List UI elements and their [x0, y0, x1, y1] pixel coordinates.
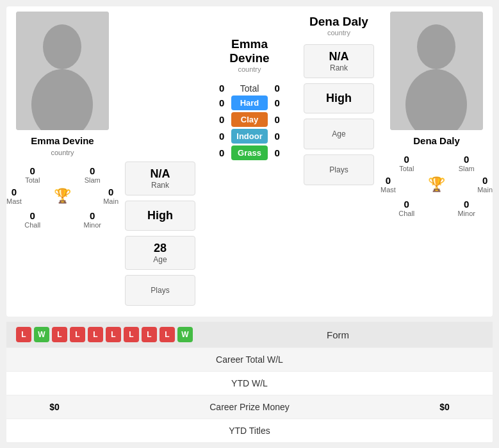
left-stats-grid: 0 Total 0 Slam — [6, 165, 119, 184]
left-avatar — [16, 12, 109, 130]
right-plays-label: Plays — [307, 165, 371, 174]
right-trophy-icon: 🏆 — [428, 176, 445, 193]
bottom-stat-row: Career Total W/L — [6, 348, 493, 372]
surface-left-score: 0 — [212, 83, 231, 94]
form-badge: L — [124, 327, 139, 342]
surface-row-total: 0 Total 0 — [212, 83, 286, 94]
right-mast-value: 0 — [386, 175, 391, 186]
surface-badge-indoor: Indoor — [231, 129, 267, 144]
left-main-value: 0 — [108, 187, 113, 197]
form-badge: L — [106, 327, 121, 342]
left-slam-label: Slam — [85, 176, 101, 184]
right-slam-value: 0 — [464, 154, 469, 165]
bottom-stat-row: $0 Career Prize Money $0 — [6, 395, 493, 419]
right-main-stat: 0 Main — [477, 175, 493, 194]
surface-badge-clay: Clay — [231, 112, 267, 127]
right-main-value: 0 — [482, 175, 487, 186]
right-high-value: High — [307, 92, 371, 105]
right-total-label: Total — [399, 165, 414, 172]
center-panel: Emma Devine country 0 Total 0 0 Hard 0 0… — [202, 12, 297, 162]
left-age-box: 28 Age — [125, 236, 195, 270]
main-container: Emma Devine country 0 Total 0 Slam 0 Mas… — [0, 0, 499, 448]
left-slam-stat: 0 Slam — [67, 165, 119, 184]
right-chall-grid: 0 Chall 0 Minor — [380, 199, 493, 217]
right-age-box: Age — [304, 119, 374, 149]
right-high-box: High — [304, 83, 374, 113]
bottom-stat-right-value: $0 — [406, 402, 483, 412]
left-minor-value: 0 — [90, 210, 95, 221]
left-name-line1: Emma — [229, 37, 269, 51]
left-high-box: High — [125, 201, 195, 231]
left-name-top: Emma Devine country — [229, 37, 269, 73]
surface-left-score: 0 — [212, 147, 231, 158]
left-rank-value: N/A — [128, 167, 192, 181]
surface-left-score: 0 — [212, 131, 231, 142]
right-rank-value: N/A — [307, 50, 371, 63]
left-total-value: 0 — [30, 165, 35, 176]
surface-badge-grass: Grass — [231, 145, 267, 160]
right-chall-value: 0 — [404, 199, 409, 210]
left-mast-label: Mast — [6, 197, 22, 205]
form-badge: L — [160, 327, 175, 342]
left-rank-box: N/A Rank — [125, 162, 195, 195]
form-badge: L — [16, 327, 31, 342]
form-badge: L — [52, 327, 67, 342]
right-player-name: Dena Daly — [413, 135, 460, 146]
right-slam-label: Slam — [459, 165, 475, 172]
left-plays-box: Plays — [125, 275, 195, 306]
surfaces-table: 0 Total 0 0 Hard 0 0 Clay 0 0 Indoor 0 0… — [212, 81, 286, 162]
left-main-stat: 0 Main — [103, 187, 119, 205]
left-minor-stat: 0 Minor — [67, 210, 119, 229]
surface-row-indoor: 0 Indoor 0 — [212, 129, 286, 144]
bottom-stat-label: YTD Titles — [93, 426, 406, 436]
bottom-stat-label: Career Total W/L — [93, 354, 406, 365]
left-age-value: 28 — [128, 242, 192, 255]
right-info-column: Dena Daly country N/A Rank High Age Play… — [297, 12, 380, 191]
left-chall-stat: 0 Chall — [6, 210, 59, 229]
right-trophy-section: 0 Mast 🏆 0 Main — [380, 175, 493, 194]
left-rank-label: Rank — [128, 181, 192, 190]
versus-section: Emma Devine country 0 Total 0 Slam 0 Mas… — [6, 6, 493, 317]
left-total-label: Total — [25, 176, 40, 184]
surface-right-score: 0 — [268, 83, 287, 94]
svg-point-1 — [43, 24, 81, 69]
right-total-value: 0 — [404, 154, 409, 165]
right-rank-box: N/A Rank — [304, 44, 374, 78]
form-badge: W — [34, 327, 49, 342]
surface-row-hard: 0 Hard 0 — [212, 95, 286, 110]
bottom-stats-container: Career Total W/L YTD W/L $0 Career Prize… — [6, 348, 493, 443]
svg-point-4 — [417, 24, 455, 69]
right-name-top: Dena Daly country — [309, 15, 368, 37]
left-plays-label: Plays — [128, 286, 192, 295]
form-row: LWLLLLLLLW Form — [6, 322, 493, 348]
surface-badge-hard: Hard — [231, 95, 267, 110]
right-chall-stat: 0 Chall — [380, 199, 433, 217]
surface-row-clay: 0 Clay 0 — [212, 112, 286, 127]
right-rank-label: Rank — [307, 63, 371, 72]
right-minor-label: Minor — [457, 210, 475, 217]
player-right: Dena Daly 0 Total 0 Slam 0 Mast 🏆 0 — [380, 12, 493, 217]
left-name-line2: Devine — [229, 51, 269, 65]
left-slam-value: 0 — [90, 165, 95, 176]
right-slam-stat: 0 Slam — [441, 154, 493, 172]
left-minor-label: Minor — [83, 221, 101, 229]
surface-right-score: 0 — [268, 97, 287, 108]
left-name-country: country — [229, 65, 269, 73]
left-high-value: High — [128, 209, 192, 222]
right-age-label: Age — [307, 129, 371, 138]
right-minor-value: 0 — [464, 199, 469, 210]
surface-right-score: 0 — [268, 131, 287, 142]
right-main-label: Main — [477, 186, 493, 194]
surface-right-score: 0 — [268, 114, 287, 125]
bottom-stat-label: Career Prize Money — [93, 402, 406, 412]
surface-left-score: 0 — [212, 114, 231, 125]
bottom-stat-row: YTD W/L — [6, 372, 493, 395]
form-badge: L — [70, 327, 85, 342]
bottom-stat-row: YTD Titles — [6, 419, 493, 443]
right-mast-stat: 0 Mast — [380, 175, 396, 194]
left-main-label: Main — [103, 197, 119, 205]
left-mast-value: 0 — [12, 187, 17, 197]
form-badges: LWLLLLLLLW — [16, 327, 193, 342]
surface-right-score: 0 — [268, 147, 287, 158]
form-badge: L — [142, 327, 157, 342]
